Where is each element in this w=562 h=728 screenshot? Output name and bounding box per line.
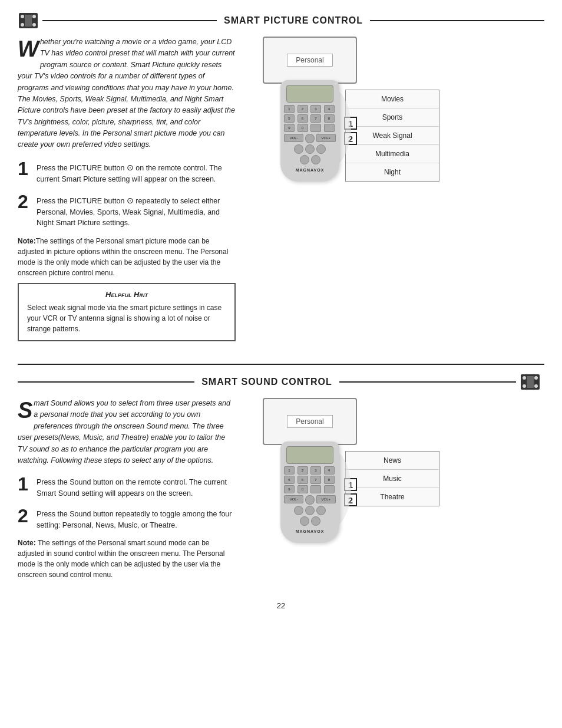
rbtn-5: 5 xyxy=(284,114,295,123)
sound-note-label: Note: xyxy=(18,539,38,547)
sound-note-content: The settings of the Personal smart sound… xyxy=(18,539,224,579)
note-label: Note: xyxy=(18,237,36,245)
sound-step-2-number: 2 xyxy=(18,506,31,525)
s-rbtn-left xyxy=(294,506,303,515)
s-rbtn-vol-down: VOL- xyxy=(284,495,303,503)
remote-brand-picture: MAGNAVOX xyxy=(284,168,336,172)
sound-screen-label: Personal xyxy=(287,415,332,428)
svg-point-3 xyxy=(21,23,24,27)
sound-diagram: Personal 1 2 3 xyxy=(245,398,375,543)
step-2-number: 2 xyxy=(18,192,31,211)
picture-screen-label: Personal xyxy=(287,54,332,67)
sound-step-2-text: Press the Sound button repeatedly to tog… xyxy=(37,506,236,531)
picture-diagram: Personal 1 2 3 xyxy=(245,37,375,182)
header-line-right xyxy=(370,20,544,21)
s-rbtn-7: 7 xyxy=(310,476,321,484)
smart-sound-left: Smart Sound allows you to select from th… xyxy=(18,398,236,580)
sound-remote: 1 2 3 4 5 6 7 8 9 0 xyxy=(280,442,339,543)
sound-remote-row-1: VOL- VOL+ xyxy=(284,495,336,505)
smart-picture-content: Whether you're watching a movie or a vid… xyxy=(18,37,544,341)
rbtn-right xyxy=(316,144,326,154)
rbtn-9: 9 xyxy=(284,124,295,132)
s-rbtn-1: 1 xyxy=(284,466,295,475)
s-rbtn-3: 3 xyxy=(310,466,321,475)
s-rbtn-0: 0 xyxy=(297,485,308,493)
s-rbtn-extra2 xyxy=(324,485,335,493)
hint-text: Select weak signal mode via the smart pi… xyxy=(27,302,226,334)
sound-remote-brand: MAGNAVOX xyxy=(284,529,336,533)
sound-step-1: 1 Press the Sound button on the remote c… xyxy=(18,475,236,499)
svg-point-7 xyxy=(523,376,526,380)
smart-picture-note: Note:The settings of the Personal smart … xyxy=(18,236,236,278)
s-rbtn-center xyxy=(305,495,314,505)
smart-sound-note: Note: The settings of the Personal smart… xyxy=(18,538,236,580)
rbtn-left xyxy=(294,144,303,154)
svg-rect-5 xyxy=(25,15,32,27)
s-rbtn-6: 6 xyxy=(297,476,308,484)
sound-step-2: 2 Press the Sound button repeatedly to t… xyxy=(18,506,236,531)
rbtn-1: 1 xyxy=(284,105,295,113)
step-1-text: Press the PICTURE button ⊙ on the remote… xyxy=(37,159,236,185)
sound-step-1-number: 1 xyxy=(18,475,31,493)
page-number: 22 xyxy=(18,598,544,610)
rbtn-vol-up: VOL+ xyxy=(316,134,336,142)
smart-sound-title: Smart Sound Control xyxy=(194,377,339,387)
rbtn-b2 xyxy=(311,155,320,164)
rbtn-center xyxy=(305,134,314,143)
rbtn-extra1 xyxy=(310,124,321,132)
smart-picture-section: Smart Picture Control Whether you're wat… xyxy=(18,12,544,353)
header-line-left xyxy=(42,20,217,21)
remote-numpad: 1 2 3 4 5 6 7 8 9 0 xyxy=(284,105,336,132)
rbtn-vol-down: VOL- xyxy=(284,134,303,142)
smart-picture-intro: Whether you're watching a movie or a vid… xyxy=(18,37,236,151)
smart-picture-right: Personal 1 2 3 xyxy=(245,37,544,341)
smart-picture-header: Smart Picture Control xyxy=(18,12,544,29)
sound-header-line-left xyxy=(18,381,194,383)
remote-row-2 xyxy=(284,144,336,154)
s-rbtn-4: 4 xyxy=(324,466,335,475)
dropcap-s: S xyxy=(18,399,32,421)
rbtn-8: 8 xyxy=(324,114,335,123)
s-rbtn-8: 8 xyxy=(324,476,335,484)
sound-header-line-right xyxy=(339,381,516,383)
sound-remote-row-3 xyxy=(284,516,336,526)
smart-sound-content: Smart Sound allows you to select from th… xyxy=(18,398,544,580)
smart-sound-header: Smart Sound Control xyxy=(18,373,544,391)
helpful-hint-box: Helpful Hint Select weak signal mode via… xyxy=(18,283,236,341)
smart-sound-intro: Smart Sound allows you to select from th… xyxy=(18,398,236,466)
step-2-text: Press the PICTURE button ⊙ repeatedly to… xyxy=(37,192,236,229)
svg-point-10 xyxy=(534,384,538,388)
s-rbtn-5: 5 xyxy=(284,476,295,484)
svg-point-8 xyxy=(534,376,538,380)
s-rbtn-mid xyxy=(305,506,315,515)
step-1-number: 1 xyxy=(18,159,31,178)
rbtn-2: 2 xyxy=(297,105,308,113)
rbtn-mid xyxy=(305,144,315,154)
s-rbtn-9: 9 xyxy=(284,485,295,493)
rbtn-7: 7 xyxy=(310,114,321,123)
step-2: 2 Press the PICTURE button ⊙ repeatedly … xyxy=(18,192,236,229)
smart-sound-right: Personal 1 2 3 xyxy=(245,398,544,580)
s-rbtn-b1 xyxy=(300,516,309,526)
sound-remote-numpad: 1 2 3 4 5 6 7 8 9 0 xyxy=(284,466,336,493)
section-divider xyxy=(18,364,544,365)
sound-remote-row-2 xyxy=(284,506,336,515)
sound-screen: Personal xyxy=(263,398,357,445)
rbtn-6: 6 xyxy=(297,114,308,123)
picture-diagram-wrapper: Personal 1 2 3 xyxy=(245,37,339,182)
sound-diagram-wrapper: Personal 1 2 3 xyxy=(245,398,339,543)
s-rbtn-b2 xyxy=(311,516,320,526)
picture-remote: 1 2 3 4 5 6 7 8 9 0 xyxy=(280,80,339,182)
rbtn-extra2 xyxy=(324,124,335,132)
remote-display xyxy=(286,85,333,103)
s-rbtn-extra1 xyxy=(310,485,321,493)
remote-row-3 xyxy=(284,155,336,164)
note-content: The settings of the Personal smart pictu… xyxy=(18,237,228,277)
rbtn-0: 0 xyxy=(297,124,308,132)
remote-row-1: VOL- VOL+ xyxy=(284,134,336,143)
sound-remote-display xyxy=(286,446,333,464)
rbtn-4: 4 xyxy=(324,105,335,113)
step-1: 1 Press the PICTURE button ⊙ on the remo… xyxy=(18,159,236,185)
picture-screen: Personal xyxy=(263,37,357,84)
s-rbtn-2: 2 xyxy=(297,466,308,475)
